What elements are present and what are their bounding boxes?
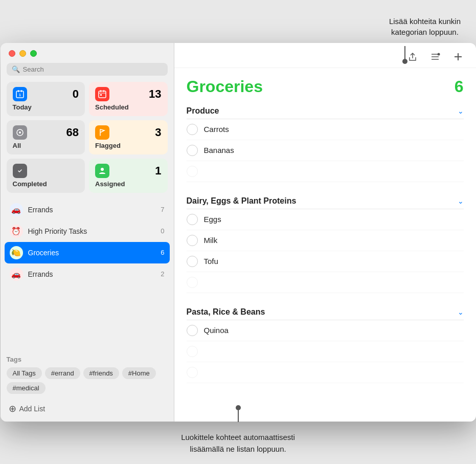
task-produce-empty bbox=[187, 161, 464, 182]
category-header-pasta[interactable]: Pasta, Rice & Beans ⌄ bbox=[187, 303, 464, 320]
svg-point-12 bbox=[101, 168, 104, 171]
dairy-title: Dairy, Eggs & Plant Proteins bbox=[187, 196, 297, 206]
scheduled-label: Scheduled bbox=[95, 103, 162, 111]
task-circle-carrots[interactable] bbox=[187, 124, 198, 135]
errands2-label: Errands bbox=[28, 270, 156, 278]
list-main-title: Groceries bbox=[187, 77, 263, 96]
category-header-dairy[interactable]: Dairy, Eggs & Plant Proteins ⌄ bbox=[187, 192, 464, 209]
tags-section: Tags All Tags #errand #friends #Home #me… bbox=[1, 349, 174, 398]
task-quinoa: Quinoa bbox=[187, 320, 464, 341]
task-circle-dairy-empty bbox=[187, 277, 198, 288]
task-dairy-empty bbox=[187, 272, 464, 293]
tag-medical[interactable]: #medical bbox=[7, 382, 46, 394]
category-produce: Produce ⌄ Carrots Bananas bbox=[187, 102, 464, 182]
add-task-button[interactable] bbox=[450, 50, 466, 63]
svg-rect-8 bbox=[100, 94, 102, 96]
close-button[interactable] bbox=[9, 50, 15, 57]
task-circle-bananas[interactable] bbox=[187, 145, 198, 156]
list-item-errands1[interactable]: 🚗 Errands 7 bbox=[5, 199, 170, 220]
svg-point-10 bbox=[19, 131, 21, 134]
groceries-count: 6 bbox=[161, 249, 164, 256]
pasta-chevron: ⌄ bbox=[458, 308, 464, 316]
today-label: Today bbox=[13, 103, 79, 111]
task-eggs: Eggs bbox=[187, 209, 464, 230]
callout-line-bottom bbox=[238, 408, 239, 422]
category-header-produce[interactable]: Produce ⌄ bbox=[187, 102, 464, 119]
smart-lists-grid: 1 0 Today bbox=[1, 82, 174, 199]
task-label-quinoa: Quinoa bbox=[204, 326, 229, 335]
task-label-eggs: Eggs bbox=[204, 215, 221, 224]
tag-friends[interactable]: #friends bbox=[83, 367, 119, 379]
flagged-count: 3 bbox=[155, 127, 161, 138]
assigned-count: 1 bbox=[155, 165, 161, 176]
completed-icon bbox=[13, 164, 27, 178]
list-item-groceries[interactable]: 🍋 Groceries 6 bbox=[5, 242, 170, 263]
pasta-title: Pasta, Rice & Beans bbox=[187, 307, 265, 317]
list-item-errands2[interactable]: 🚗 Errands 2 bbox=[5, 263, 170, 285]
list-title-row: Groceries 6 bbox=[174, 68, 476, 102]
search-icon: 🔍 bbox=[12, 65, 20, 73]
task-circle-pasta-empty2 bbox=[187, 367, 198, 378]
sidebar: 🔍 1 0 Today bbox=[1, 43, 174, 422]
add-list-button[interactable]: ⊕ Add List bbox=[1, 398, 174, 422]
task-label-bananas: Bananas bbox=[204, 146, 234, 154]
search-input[interactable] bbox=[23, 65, 163, 73]
titlebar bbox=[1, 43, 174, 61]
svg-rect-4 bbox=[99, 91, 106, 98]
main-content: Groceries 6 Produce ⌄ Carrots Bananas bbox=[174, 43, 476, 422]
tag-home[interactable]: #Home bbox=[122, 367, 156, 379]
tag-errand[interactable]: #errand bbox=[45, 367, 80, 379]
task-tofu: Tofu bbox=[187, 251, 464, 272]
task-label-milk: Milk bbox=[204, 236, 218, 245]
completed-label: Completed bbox=[13, 180, 79, 188]
produce-chevron: ⌄ bbox=[458, 107, 464, 115]
smart-list-completed[interactable]: Completed bbox=[7, 159, 85, 193]
scroll-area[interactable]: Produce ⌄ Carrots Bananas Dairy, bbox=[174, 102, 476, 422]
search-bar[interactable]: 🔍 bbox=[7, 63, 168, 76]
highpriority-label: High Priority Tasks bbox=[28, 227, 156, 235]
smart-list-flagged[interactable]: 3 Flagged bbox=[89, 120, 168, 154]
assigned-icon bbox=[95, 164, 109, 178]
fullscreen-button[interactable] bbox=[30, 50, 37, 57]
smart-list-today[interactable]: 1 0 Today bbox=[7, 82, 85, 116]
task-circle-quinoa[interactable] bbox=[187, 325, 198, 336]
task-milk: Milk bbox=[187, 230, 464, 251]
today-count: 0 bbox=[73, 89, 79, 100]
list-item-highpriority[interactable]: ⏰ High Priority Tasks 0 bbox=[5, 220, 170, 242]
add-list-label: Add List bbox=[19, 405, 46, 413]
dairy-chevron: ⌄ bbox=[458, 197, 464, 205]
task-bananas: Bananas bbox=[187, 140, 464, 161]
smart-list-scheduled[interactable]: 13 Scheduled bbox=[89, 82, 168, 116]
svg-point-16 bbox=[437, 53, 440, 55]
annotation-top: Lisää kohteita kunkinkategorian loppuun. bbox=[389, 5, 461, 37]
scheduled-count: 13 bbox=[149, 89, 161, 100]
all-icon bbox=[13, 125, 27, 140]
callout-line-top bbox=[404, 46, 405, 61]
highpriority-count: 0 bbox=[161, 227, 164, 235]
task-label-tofu: Tofu bbox=[204, 257, 218, 266]
errands2-icon: 🚗 bbox=[10, 268, 23, 281]
task-circle-milk[interactable] bbox=[187, 235, 198, 246]
today-icon: 1 bbox=[13, 87, 27, 101]
task-circle-produce-empty bbox=[187, 166, 198, 177]
task-circle-eggs[interactable] bbox=[187, 214, 198, 225]
smart-list-assigned[interactable]: 1 Assigned bbox=[89, 159, 168, 193]
all-count: 68 bbox=[66, 127, 79, 138]
tag-all-tags[interactable]: All Tags bbox=[7, 367, 42, 379]
assigned-label: Assigned bbox=[95, 180, 162, 188]
task-carrots: Carrots bbox=[187, 119, 464, 140]
smart-list-all[interactable]: 68 All bbox=[7, 120, 85, 154]
errands1-count: 7 bbox=[161, 206, 164, 213]
main-toolbar bbox=[174, 43, 476, 68]
minimize-button[interactable] bbox=[19, 50, 26, 57]
task-circle-tofu[interactable] bbox=[187, 256, 198, 267]
task-circle-pasta-empty1 bbox=[187, 346, 198, 357]
flagged-icon bbox=[95, 125, 109, 140]
errands1-label: Errands bbox=[28, 206, 156, 214]
task-label-carrots: Carrots bbox=[204, 125, 229, 134]
svg-text:1: 1 bbox=[19, 93, 21, 97]
task-pasta-empty2 bbox=[187, 362, 464, 383]
list-options-button[interactable] bbox=[428, 51, 442, 63]
flagged-label: Flagged bbox=[95, 142, 162, 149]
category-dairy: Dairy, Eggs & Plant Proteins ⌄ Eggs Milk… bbox=[187, 192, 464, 293]
